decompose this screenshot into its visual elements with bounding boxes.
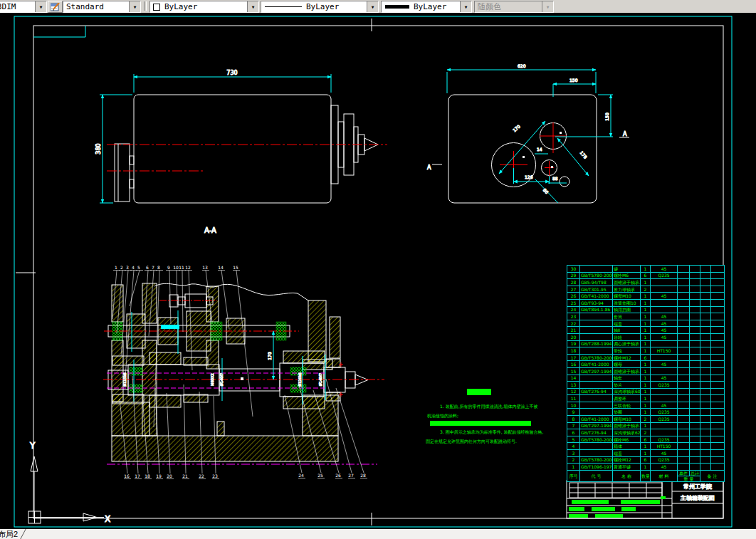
chevron-down-icon[interactable]: ▼ xyxy=(35,1,46,12)
text-style-icon xyxy=(51,3,61,11)
shaft-dim-label: Ø145f7 xyxy=(318,373,322,386)
text-style-value: Standard xyxy=(63,2,129,11)
svg-text:25: 25 xyxy=(317,473,323,478)
svg-text:20: 20 xyxy=(167,473,172,478)
bom-row: 5GB/T5780-2000螺栓M66Q235 xyxy=(567,436,725,443)
chevron-down-icon[interactable]: ▼ xyxy=(367,1,378,12)
bom-row: 24GB/T894.1-86轴用挡圈1 xyxy=(567,306,725,313)
svg-text:24: 24 xyxy=(298,473,304,478)
bom-row: 13垫片1Q235 xyxy=(567,382,725,389)
svg-text:4: 4 xyxy=(132,265,135,270)
lineweight-control-combo[interactable]: ByLayer ▼ xyxy=(381,1,472,13)
note-line-3: 3. 图中所示之轴承均为标准零件, 装配前须经检验合格, xyxy=(440,429,543,435)
plot-style-value: 随颜色 xyxy=(475,1,542,12)
title-block-org: 常州工学院 xyxy=(683,483,712,490)
bom-row: 27GB/T301-95推力球轴承2 xyxy=(567,286,725,293)
bom-table: 30键14529GB/T5780-2000螺栓M66Q23528GB5-94/T… xyxy=(567,265,725,482)
linetype-value: ByLayer xyxy=(302,2,367,11)
chevron-down-icon: ▼ xyxy=(542,1,553,12)
bom-row: 23套筒145 xyxy=(567,313,725,320)
bom-header-qty: 数量 xyxy=(641,470,651,481)
tab-edge xyxy=(20,529,26,539)
bom-header-weight: 重 量 xyxy=(678,476,700,481)
svg-text:26: 26 xyxy=(335,473,341,478)
linetype-control-combo[interactable]: ByLayer ▼ xyxy=(261,1,379,13)
shaft-dim-label: Ø115k6 xyxy=(122,372,127,387)
bom-row: 12GB/T276-94深沟球轴承60071 xyxy=(567,388,725,395)
dim-style-combo[interactable]: 3DIM ▼ xyxy=(0,1,47,13)
bom-header-total: 总计 xyxy=(690,470,700,476)
svg-text:14: 14 xyxy=(218,265,224,270)
svg-text:18: 18 xyxy=(145,473,150,478)
dim-86: 86 xyxy=(542,187,550,194)
svg-text:9: 9 xyxy=(167,265,170,270)
svg-text:7: 7 xyxy=(152,265,154,270)
bom-row: 29GB/T5780-2000螺栓M66Q235 xyxy=(567,272,725,279)
dim-730: 730 xyxy=(226,70,237,76)
svg-text:23: 23 xyxy=(212,473,218,478)
bom-row: 7GB/T297-1994圆锥滚子轴承302071 xyxy=(567,422,725,429)
bom-header: 序号 代 号 名 称 数量 材 料 单件 总计 备 注 重 量 xyxy=(567,470,725,481)
text-style-combo[interactable]: Standard ▼ xyxy=(63,1,141,13)
bom-row: 21轴Ⅱ145 xyxy=(567,327,725,334)
lineweight-value: ByLayer xyxy=(409,2,460,11)
ucs-icon: Y X xyxy=(28,441,110,524)
bom-row: 25GB/T93-94弹簧垫圈101 xyxy=(567,299,725,306)
ucs-x-label: X xyxy=(105,514,110,524)
title-block: 常州工学院 主轴箱装配图 xyxy=(567,481,723,518)
svg-text:13: 13 xyxy=(202,265,208,270)
svg-text:8: 8 xyxy=(157,265,160,270)
svg-text:16: 16 xyxy=(124,473,130,478)
technical-notes: 1. 装配前,所有的零件用煤油清洗,箱体内壁涂上不被 机油侵蚀的涂料; 3. 图… xyxy=(426,389,543,444)
bom-header-material: 材 料 xyxy=(651,470,678,481)
dim-170: 170 xyxy=(512,124,521,133)
chevron-down-icon[interactable]: ▼ xyxy=(247,1,258,12)
note-line-1: 1. 装配前,所有的零件用煤油清洗,箱体内壁涂上不被 xyxy=(440,404,537,409)
title-block-title: 主轴箱装配图 xyxy=(680,495,715,501)
layout-tab[interactable]: 布局2 xyxy=(0,529,18,539)
dim-380: 380 xyxy=(95,143,102,154)
lineweight-swatch xyxy=(385,5,409,9)
dim-150-top: 150 xyxy=(569,78,578,83)
svg-text:19: 19 xyxy=(156,473,162,478)
svg-text:1: 1 xyxy=(115,265,117,270)
bom-row: 14轴套145 xyxy=(567,375,725,382)
dim-178: 178 xyxy=(579,150,589,159)
section-arrow-right: A xyxy=(623,131,627,137)
bom-row: 28GB5-94/T98圆锥滚子轴承302061 xyxy=(567,279,725,286)
svg-text:5: 5 xyxy=(137,265,140,270)
text-style-button[interactable] xyxy=(48,1,63,13)
linetype-swatch xyxy=(265,6,302,7)
svg-text:15: 15 xyxy=(233,265,238,270)
bom-header-remark: 备 注 xyxy=(700,470,725,481)
svg-text:28: 28 xyxy=(360,473,366,478)
bom-row: 30键145 xyxy=(567,266,725,273)
chevron-down-icon[interactable]: ▼ xyxy=(460,1,471,12)
note-line-4: 固定在规定允许范围内任何方向可装配跳动符号. xyxy=(426,439,517,444)
side-view: 730 380 A-A xyxy=(95,70,387,234)
svg-text:17: 17 xyxy=(135,473,140,478)
dim-style-value: 3DIM xyxy=(0,2,35,11)
svg-text:12: 12 xyxy=(185,265,191,270)
bom-row: 2GB/T5780-2000螺栓M126Q235 xyxy=(567,456,725,464)
svg-text:11: 11 xyxy=(179,265,184,270)
bom-header-code: 代 号 xyxy=(580,470,613,481)
note-line-2: 机油侵蚀的涂料; xyxy=(427,413,458,419)
section-arrow-left: A xyxy=(427,164,431,171)
shaft-dim-label: M60X2 xyxy=(210,373,214,385)
bom-row: 4箱体1HT150 xyxy=(567,443,725,450)
bom-row: 1GB/T1096-1979普通平键145 xyxy=(567,464,725,471)
ucs-y-label: Y xyxy=(29,441,36,451)
svg-text:27: 27 xyxy=(348,473,354,478)
svg-text:3: 3 xyxy=(126,265,129,270)
dim-620: 620 xyxy=(518,63,526,68)
section-view: 170 Ø115k6M60X2Ø140f7Ø120k6Ø145f7 123456… xyxy=(103,265,384,479)
layout-tab-bar: 布局2 xyxy=(0,529,756,539)
bom-row: 22端盖145 xyxy=(567,320,725,327)
drawing-canvas[interactable]: 730 380 A-A xyxy=(0,13,756,529)
plot-style-combo: 随颜色 ▼ xyxy=(474,1,554,13)
dim-150-right: 150 xyxy=(604,112,609,121)
chevron-down-icon[interactable]: ▼ xyxy=(129,1,140,12)
color-control-combo[interactable]: ByLayer ▼ xyxy=(149,1,259,13)
notes-highlight-bar2 xyxy=(430,421,531,426)
